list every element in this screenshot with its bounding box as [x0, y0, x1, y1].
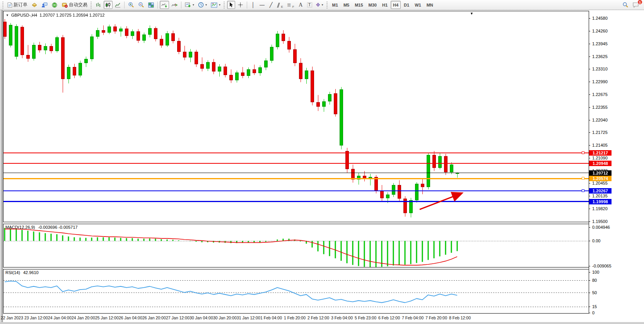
price-axis-tick: [589, 183, 590, 183]
timeframe-button-m1[interactable]: M1: [330, 1, 340, 9]
price-axis-label: 1.23310: [592, 67, 608, 71]
text-label-icon: T: [307, 2, 312, 7]
dropdown-arrow-icon: ▾: [219, 3, 220, 7]
macd-axis-tick: [589, 266, 590, 266]
arrows-button[interactable]: ✥ ▾: [314, 1, 325, 9]
time-axis-label: 22 Jan 2023: [1, 315, 23, 320]
new-order-button[interactable]: 新订单: [6, 1, 29, 9]
horizontal-line-object[interactable]: [3, 163, 589, 164]
rsi-axis-tick: [589, 280, 590, 281]
horizontal-line-object[interactable]: [3, 201, 589, 202]
timeframe-button-h4[interactable]: H4: [391, 1, 401, 9]
timeframe-button-h1[interactable]: H1: [380, 1, 390, 9]
time-axis-label: 31 Jan 12:00: [237, 315, 260, 320]
trendline-button[interactable]: ╱: [267, 1, 275, 9]
main-chart-panel: ▼ GBPUSD-,H4 1.20707 1.20725 1.20594 1.2…: [3, 11, 589, 222]
zoom-out-button[interactable]: [137, 1, 146, 9]
price-axis-tick: [589, 209, 590, 209]
timeframe-button-m30[interactable]: M30: [366, 1, 379, 9]
line-price-tag: 1.20267: [589, 188, 612, 194]
signal-icon: [51, 2, 58, 8]
time-axis-label: 24 Jan 04:00: [48, 315, 72, 320]
rsi-canvas[interactable]: [3, 269, 589, 313]
zoom-in-button[interactable]: [126, 1, 136, 9]
channel-button[interactable]: ∥ E: [276, 1, 285, 9]
price-axis-tick: [589, 196, 590, 196]
price-axis-tick: [589, 69, 590, 69]
chart-shift-marker[interactable]: ▼: [470, 12, 473, 15]
chart-shift-button[interactable]: [170, 1, 179, 9]
dropdown-arrow-icon: ▾: [193, 3, 194, 7]
zoom-in-icon: [128, 2, 134, 8]
price-axis-tick: [589, 107, 590, 108]
chart-window: ▼ GBPUSD-,H4 1.20707 1.20725 1.20594 1.2…: [0, 10, 644, 324]
price-axis-tick: [589, 31, 590, 31]
text-button[interactable]: A: [297, 1, 305, 9]
trader-button[interactable]: [40, 1, 49, 9]
macd-canvas[interactable]: [3, 224, 589, 267]
toolbar-grip[interactable]: [2, 2, 4, 9]
current-price-line[interactable]: [3, 173, 589, 173]
rsi-axis-label: 15: [592, 304, 597, 309]
periods-button[interactable]: ▾: [196, 1, 208, 9]
line-anchor-handle[interactable]: [582, 189, 584, 192]
cursor-icon: [229, 2, 234, 8]
timeframe-group: M1M5M15M30H1H4D1W1MN: [330, 1, 436, 9]
bar-chart-button[interactable]: [94, 1, 103, 9]
timeframe-button-mn[interactable]: MN: [424, 1, 436, 9]
chart-dropdown-icon[interactable]: ▼: [6, 14, 9, 17]
timeframe-button-m15[interactable]: M15: [352, 1, 365, 9]
toolbar: 新订单 自动交易: [0, 0, 644, 10]
trend-arrow-annotation[interactable]: [413, 182, 471, 213]
rsi-axis-label: 100: [592, 270, 599, 274]
timeframe-button-d1[interactable]: D1: [401, 1, 412, 9]
timeframe-button-m5[interactable]: M5: [341, 1, 352, 9]
macd-panel: MACD(12,26,9) -0.003696 -0.005717: [3, 224, 589, 267]
line-price-tag: 1.19998: [589, 199, 612, 204]
rsi-axis-tick: [589, 307, 590, 307]
price-axis-tick: [589, 132, 590, 133]
auto-scroll-button[interactable]: [160, 1, 169, 9]
signal-button[interactable]: [50, 1, 59, 9]
candlestick-chart-button[interactable]: [104, 1, 113, 9]
channel-icon: ∥: [277, 2, 281, 7]
time-axis-label: 30 Jan 04:00: [190, 315, 213, 320]
time-axis-label: 30 Jan 20:00: [213, 315, 237, 320]
vertical-line-button[interactable]: │: [249, 1, 257, 9]
time-axis-label: 1 Feb 20:00: [284, 315, 306, 320]
fibonacci-button[interactable]: ≣ F: [285, 1, 296, 9]
line-anchor-handle[interactable]: [582, 151, 584, 154]
line-anchor-handle[interactable]: [582, 177, 584, 180]
autotrading-button[interactable]: 自动交易: [60, 1, 89, 9]
cursor-button[interactable]: [227, 1, 235, 9]
macd-axis-tick: [589, 241, 590, 241]
horizontal-line-object[interactable]: [3, 153, 589, 153]
price-axis-label: 1.21090: [592, 156, 608, 160]
line-chart-icon: [115, 2, 121, 8]
add-indicator-button[interactable]: ▾: [183, 1, 196, 9]
toolbar-grip[interactable]: [223, 2, 225, 9]
horizontal-line-object[interactable]: [3, 178, 589, 179]
toolbar-grip[interactable]: [90, 2, 92, 9]
auto-scroll-icon: [161, 2, 167, 8]
template-button[interactable]: ▾: [209, 1, 222, 9]
new-order-icon: [7, 2, 12, 8]
horizontal-line-icon: —: [260, 2, 265, 7]
crosshair-button[interactable]: [236, 1, 245, 9]
line-chart-button[interactable]: [113, 1, 122, 9]
price-axis-tick: [589, 158, 590, 158]
time-axis-label: 26 Jan 20:00: [142, 315, 166, 320]
price-axis-label: 1.20135: [592, 194, 608, 198]
gold-button[interactable]: [30, 1, 39, 9]
text-label-button[interactable]: T: [306, 1, 314, 9]
notifications-button[interactable]: 1: [631, 1, 641, 9]
tile-windows-button[interactable]: [147, 1, 155, 9]
chart-symbol-period: GBPUSD-,H4: [11, 13, 37, 17]
toolbar-grip[interactable]: [326, 2, 328, 9]
horizontal-line-object[interactable]: [3, 190, 589, 191]
horizontal-line-button[interactable]: —: [258, 1, 266, 9]
search-button[interactable]: [621, 1, 630, 9]
timeframe-button-w1[interactable]: W1: [412, 1, 424, 9]
price-axis-tick: [589, 82, 590, 82]
vertical-line-icon: │: [251, 2, 255, 7]
